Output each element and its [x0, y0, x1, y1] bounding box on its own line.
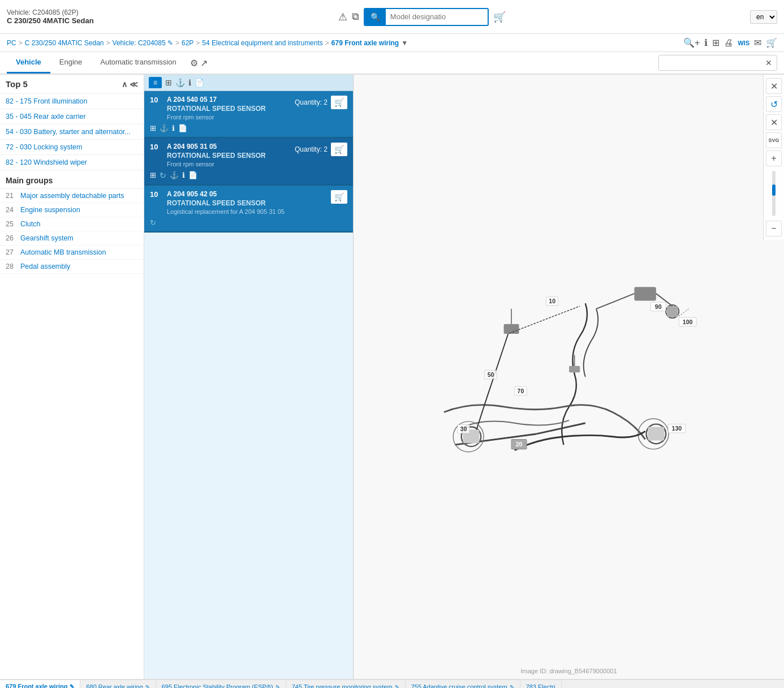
part-cart-button-2[interactable]: 🛒 — [331, 190, 347, 204]
info-icon[interactable]: ℹ — [704, 37, 708, 48]
svg-text:50: 50 — [487, 371, 494, 378]
tab-settings-icon[interactable]: ⚙ — [190, 58, 198, 68]
part-info-icon-0[interactable]: ℹ — [172, 124, 175, 132]
sidebar-group-28[interactable]: 28 Pedal assembly — [0, 260, 144, 274]
sidebar-item-2[interactable]: 35 - 045 Rear axle carrier — [0, 109, 144, 124]
sidebar-item-3[interactable]: 54 - 030 Battery, starter and alternator… — [0, 124, 144, 140]
close-sidebar-icon[interactable]: ≪ — [130, 80, 138, 89]
parts-grid-icon[interactable]: ⊞ — [165, 78, 172, 87]
tab-share-icon[interactable]: ↗ — [200, 58, 208, 68]
sidebar-group-25[interactable]: 25 Clutch — [0, 217, 144, 231]
thumb-tab-755[interactable]: 755 Adaptive cruise control system ✎ — [406, 681, 520, 688]
thumb-tab-783[interactable]: 783 Electri — [520, 681, 562, 688]
part-item-0-name: ROTATIONAL SPEED SENSOR — [167, 105, 290, 113]
sidebar-group-26[interactable]: 26 Gearshift system — [0, 231, 144, 246]
tab-automatic-transmission[interactable]: Automatic transmission — [91, 52, 185, 74]
part-doc-icon-0[interactable]: 📄 — [178, 124, 187, 132]
group-num-24: 24 — [6, 206, 17, 214]
header-search-box: 🔍 — [364, 8, 489, 26]
svg-text:30: 30 — [460, 425, 467, 432]
tab-engine[interactable]: Engine — [50, 52, 91, 74]
sidebar-item-5[interactable]: 82 - 120 Windshield wiper — [0, 155, 144, 170]
part-cart-button-1[interactable]: 🛒 — [331, 143, 347, 156]
svg-text:90: 90 — [654, 303, 661, 310]
warning-icon[interactable]: ⚠ — [338, 11, 347, 23]
part-qty-label-0: Quantity: 2 — [295, 98, 328, 106]
breadcrumb-dropdown[interactable]: ▼ — [401, 39, 408, 47]
header-search-input[interactable] — [386, 10, 488, 24]
part-item-0[interactable]: 10 A 204 540 05 17 ROTATIONAL SPEED SENS… — [144, 91, 353, 138]
zoom-slider[interactable] — [772, 171, 776, 216]
breadcrumb-pc[interactable]: PC — [7, 39, 16, 47]
drawing-area: 10 90 100 50 70 30 — [354, 75, 784, 679]
thumbnail-tabs: 679 Front axle wiring ✎ 680 Rear axle wi… — [0, 680, 784, 688]
thumb-tab-680[interactable]: 680 Rear axle wiring ✎ — [80, 681, 156, 688]
group-num-28: 28 — [6, 263, 17, 270]
wis-icon[interactable]: WIS — [738, 40, 749, 46]
tab-vehicle[interactable]: Vehicle — [7, 52, 50, 74]
tab-search-input[interactable] — [659, 56, 761, 70]
part-item-2[interactable]: 10 A 204 905 42 05 ROTATIONAL SPEED SENS… — [144, 186, 353, 233]
part-item-1-number: A 204 905 31 05 — [167, 143, 290, 150]
part-doc-icon-1[interactable]: 📄 — [188, 171, 197, 180]
breadcrumb-model[interactable]: C 230/250 4MATIC Sedan — [25, 39, 104, 47]
sidebar-group-21[interactable]: 21 Major assembly detachable parts — [0, 189, 144, 203]
thumb-tab-755-edit[interactable]: ✎ — [510, 684, 514, 689]
svg-btn[interactable]: SVG — [766, 132, 782, 148]
parts-list-view-btn[interactable]: ≡ — [149, 77, 162, 88]
breadcrumb-62p[interactable]: 62P — [182, 39, 193, 47]
part-item-1-pos: 10 — [150, 143, 162, 151]
thumb-tab-679-edit[interactable]: ✎ — [70, 683, 74, 689]
rotate-btn[interactable]: ↺ — [766, 96, 782, 112]
part-item-2-icons: ↻ — [150, 218, 347, 227]
breadcrumb-electrical[interactable]: 54 Electrical equipment and instruments — [202, 39, 322, 47]
svg-rect-10 — [503, 324, 519, 334]
sidebar-item-4[interactable]: 72 - 030 Locking system — [0, 140, 144, 155]
cart-icon[interactable]: 🛒 — [493, 11, 506, 23]
parts-doc-icon[interactable]: 📄 — [195, 78, 204, 87]
part-info-icon-1[interactable]: ℹ — [182, 171, 185, 180]
thumb-tab-755-label: 755 Adaptive cruise control system — [411, 683, 507, 688]
parts-link-icon[interactable]: ⚓ — [175, 78, 185, 87]
cart-toolbar-icon[interactable]: 🛒 — [766, 37, 777, 48]
part-link-icon-0[interactable]: ⚓ — [160, 124, 169, 132]
lang-selector[interactable]: en de fr — [750, 10, 777, 24]
thumb-tab-679[interactable]: 679 Front axle wiring ✎ — [0, 680, 80, 688]
language-select[interactable]: en de fr — [750, 10, 777, 24]
filter-icon[interactable]: ⊞ — [712, 37, 720, 48]
parts-panel: ≡ ⊞ ⚓ ℹ 📄 10 A 204 540 05 17 ROTATIONAL … — [144, 75, 354, 679]
breadcrumb-vehicle[interactable]: Vehicle: C204085 ✎ — [113, 39, 173, 47]
part-grid-icon-0[interactable]: ⊞ — [150, 124, 156, 132]
part-cart-button-0[interactable]: 🛒 — [331, 96, 347, 109]
collapse-icon[interactable]: ∧ — [122, 80, 127, 89]
part-item-1[interactable]: 10 A 204 905 31 05 ROTATIONAL SPEED SENS… — [144, 138, 353, 186]
part-link-icon-1[interactable]: ⚓ — [170, 171, 179, 180]
mail-icon[interactable]: ✉ — [754, 37, 761, 48]
sidebar-top5-header: Top 5 ∧ ≪ — [0, 75, 144, 94]
thumb-tab-745-edit[interactable]: ✎ — [395, 684, 399, 689]
sidebar-group-27[interactable]: 27 Automatic MB transmission — [0, 246, 144, 260]
thumb-tab-695[interactable]: 695 Electronic Stability Program (ESP®) … — [156, 681, 286, 688]
part-item-2-qty: 🛒 — [331, 190, 347, 204]
header-search-button[interactable]: 🔍 — [365, 9, 386, 25]
thumb-tab-745[interactable]: 745 Tire pressure monitoring system ✎ — [286, 681, 406, 688]
zoom-out-drawing-btn[interactable]: − — [766, 221, 782, 236]
tab-search-button[interactable]: ✕ — [761, 55, 777, 70]
multiply-btn[interactable]: ✕ — [766, 114, 782, 130]
sidebar-item-1[interactable]: 82 - 175 Front illumination — [0, 94, 144, 109]
vehicle-model: C 230/250 4MATIC Sedan — [7, 16, 94, 25]
svg-rect-5 — [667, 306, 678, 317]
sidebar-group-24[interactable]: 24 Engine suspension — [0, 203, 144, 217]
part-grid-icon-1[interactable]: ⊞ — [150, 171, 156, 180]
copy-icon[interactable]: ⧉ — [352, 11, 359, 23]
part-refresh-icon-1[interactable]: ↻ — [160, 171, 166, 180]
parts-info-icon[interactable]: ℹ — [188, 78, 191, 87]
svg-text:100: 100 — [682, 319, 692, 325]
part-refresh-icon-2[interactable]: ↻ — [150, 218, 156, 227]
print-icon[interactable]: 🖨 — [724, 38, 733, 48]
thumb-tab-680-edit[interactable]: ✎ — [145, 684, 150, 689]
thumb-tab-695-edit[interactable]: ✎ — [275, 684, 280, 689]
close-drawing-btn[interactable]: ✕ — [766, 78, 782, 94]
zoom-in-icon[interactable]: 🔍+ — [683, 37, 700, 48]
zoom-in-drawing-btn[interactable]: + — [766, 150, 782, 166]
